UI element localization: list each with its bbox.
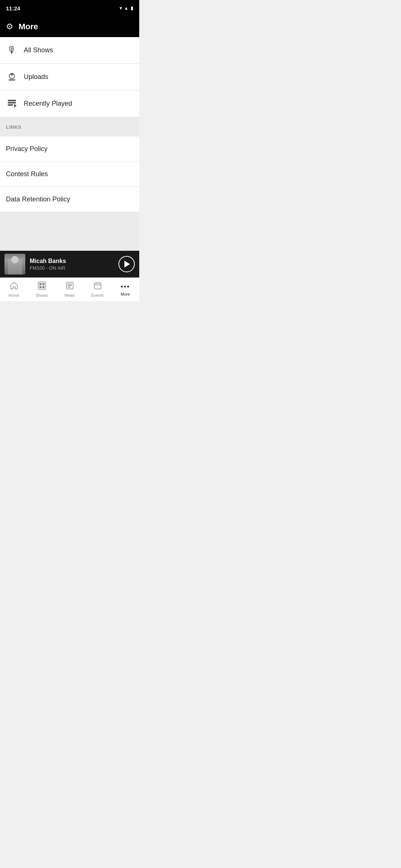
shows-icon xyxy=(38,282,46,292)
news-icon xyxy=(66,282,74,292)
menu-item-uploads[interactable]: Uploads xyxy=(0,64,139,91)
upload-icon xyxy=(6,72,18,82)
shows-nav-label: Shows xyxy=(36,293,48,297)
now-playing-bar[interactable]: Micah Banks FM100 - ON AIR xyxy=(0,251,139,277)
recently-played-icon xyxy=(6,99,18,109)
svg-rect-8 xyxy=(42,283,45,285)
uploads-label: Uploads xyxy=(24,73,48,81)
svg-rect-6 xyxy=(38,282,46,289)
events-icon xyxy=(94,282,102,292)
svg-rect-7 xyxy=(39,283,42,285)
microphone-icon: 🎙 xyxy=(6,45,18,56)
home-nav-label: Home xyxy=(9,293,19,297)
svg-rect-10 xyxy=(42,286,45,288)
content-area: 🎙 All Shows Uploads xyxy=(0,37,139,251)
nav-item-shows[interactable]: Shows xyxy=(28,278,56,301)
nav-item-home[interactable]: Home xyxy=(0,278,28,301)
svg-rect-3 xyxy=(8,102,16,103)
link-item-contest-rules[interactable]: Contest Rules xyxy=(0,162,139,187)
more-nav-label: More xyxy=(121,292,130,296)
now-playing-subtitle: FM100 - ON AIR xyxy=(30,265,114,271)
now-playing-title: Micah Banks xyxy=(30,258,114,264)
bottom-navigation: Home Shows xyxy=(0,277,139,301)
empty-area xyxy=(0,212,139,251)
now-playing-info: Micah Banks FM100 - ON AIR xyxy=(30,258,114,271)
svg-rect-15 xyxy=(94,283,101,289)
settings-icon: ⚙ xyxy=(6,22,13,32)
links-section-header: LINKS xyxy=(0,117,139,137)
status-bar: 11:24 ▾ ▲ ▮ xyxy=(0,0,139,16)
svg-rect-9 xyxy=(39,286,42,288)
status-time: 11:24 xyxy=(6,5,20,11)
link-item-data-retention[interactable]: Data Retention Policy xyxy=(0,187,139,212)
header: ⚙ More xyxy=(0,16,139,37)
status-icons: ▾ ▲ ▮ xyxy=(120,6,133,11)
play-button[interactable] xyxy=(118,256,135,272)
menu-item-recently-played[interactable]: Recently Played xyxy=(0,91,139,117)
svg-rect-2 xyxy=(8,100,16,101)
play-icon xyxy=(124,261,130,267)
page: 11:24 ▾ ▲ ▮ ⚙ More 🎙 All Shows Up xyxy=(0,0,139,301)
svg-rect-13 xyxy=(68,285,72,286)
svg-rect-1 xyxy=(9,79,15,80)
home-icon xyxy=(10,282,18,292)
header-title: More xyxy=(19,22,38,32)
now-playing-thumbnail xyxy=(4,254,25,274)
more-icon: ••• xyxy=(121,283,130,291)
contest-rules-label: Contest Rules xyxy=(6,170,48,178)
data-retention-label: Data Retention Policy xyxy=(6,195,70,203)
nav-item-more[interactable]: ••• More xyxy=(111,278,139,301)
news-nav-label: News xyxy=(65,293,75,297)
svg-rect-12 xyxy=(68,284,72,285)
menu-item-all-shows[interactable]: 🎙 All Shows xyxy=(0,37,139,64)
svg-rect-4 xyxy=(8,104,13,106)
links-section-label: LINKS xyxy=(6,124,22,130)
wifi-icon: ▾ xyxy=(120,6,122,11)
recently-played-label: Recently Played xyxy=(24,100,72,108)
nav-item-news[interactable]: News xyxy=(56,278,84,301)
svg-rect-14 xyxy=(68,287,71,287)
all-shows-label: All Shows xyxy=(24,46,53,54)
link-item-privacy-policy[interactable]: Privacy Policy xyxy=(0,137,139,162)
battery-icon: ▮ xyxy=(131,6,133,11)
nav-item-events[interactable]: Events xyxy=(84,278,111,301)
signal-icon: ▲ xyxy=(124,6,128,11)
privacy-policy-label: Privacy Policy xyxy=(6,145,48,153)
events-nav-label: Events xyxy=(91,293,104,297)
svg-marker-5 xyxy=(14,104,17,108)
